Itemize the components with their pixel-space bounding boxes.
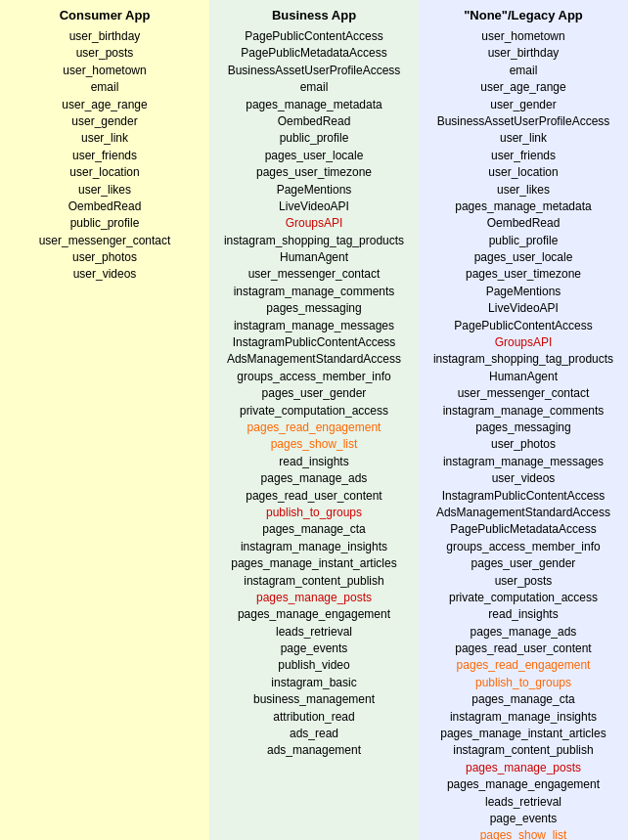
list-item: pages_read_user_content [421, 641, 626, 657]
list-item: user_messenger_contact [421, 385, 626, 402]
list-item: pages_read_engagement [421, 657, 626, 674]
list-item: pages_read_user_content [211, 488, 417, 505]
list-item: pages_manage_metadata [421, 199, 626, 215]
list-item: pages_messaging [211, 300, 417, 317]
list-item: pages_user_gender [211, 385, 417, 402]
list-item: OembedRead [211, 113, 417, 130]
list-item: user_birthday [2, 28, 207, 45]
list-item: InstagramPublicContentAccess [211, 334, 417, 351]
list-item: user_friends [421, 148, 626, 164]
list-item: instagram_manage_messages [421, 454, 626, 470]
list-item: pages_user_timezone [211, 164, 417, 181]
list-item: BusinessAssetUserProfileAccess [421, 113, 626, 130]
list-item: user_hometown [2, 63, 207, 79]
list-item: PagePublicMetadataAccess [421, 521, 626, 538]
list-item: pages_manage_engagement [421, 776, 626, 793]
main-container: Consumer Appuser_birthdayuser_postsuser_… [0, 0, 628, 840]
list-item: page_events [211, 641, 417, 657]
list-item: user_likes [2, 182, 207, 199]
list-item: instagram_shopping_tag_products [421, 351, 626, 368]
list-item: pages_show_list [421, 827, 626, 840]
list-item: instagram_manage_comments [211, 284, 417, 300]
list-item: user_age_range [421, 79, 626, 96]
list-item: user_birthday [421, 45, 626, 62]
list-item: pages_manage_cta [421, 691, 626, 708]
list-item: user_videos [2, 266, 207, 283]
list-item: leads_retrieval [421, 794, 626, 811]
list-item: pages_manage_instant_articles [421, 726, 626, 742]
list-item: BusinessAssetUserProfileAccess [211, 63, 417, 79]
list-item: user_age_range [2, 97, 207, 113]
list-item: public_profile [2, 215, 207, 232]
list-item: publish_to_groups [211, 505, 417, 521]
list-item: instagram_manage_comments [421, 403, 626, 420]
list-item: user_posts [421, 573, 626, 590]
header-consumer: Consumer App [2, 4, 207, 28]
list-item: private_computation_access [211, 403, 417, 420]
list-item: user_location [2, 164, 207, 181]
list-item: pages_show_list [211, 436, 417, 453]
list-item: groups_access_member_info [421, 539, 626, 555]
list-item: ads_read [211, 726, 417, 742]
list-item: user_location [421, 164, 626, 181]
list-item: HumanAgent [211, 249, 417, 266]
list-item: publish_to_groups [421, 675, 626, 691]
list-item: user_posts [2, 45, 207, 62]
list-item: pages_manage_posts [211, 590, 417, 606]
list-item: instagram_basic [211, 675, 417, 691]
list-item: PagePublicContentAccess [211, 28, 417, 45]
list-item: pages_manage_ads [211, 470, 417, 487]
list-item: publish_video [211, 657, 417, 674]
list-item: pages_user_gender [421, 555, 626, 572]
list-item: user_friends [2, 148, 207, 164]
list-item: user_videos [421, 470, 626, 487]
list-item: pages_messaging [421, 420, 626, 436]
header-business: Business App [211, 4, 417, 28]
list-item: PagePublicMetadataAccess [211, 45, 417, 62]
list-item: HumanAgent [421, 369, 626, 385]
list-item: instagram_manage_insights [211, 539, 417, 555]
list-item: pages_user_locale [421, 249, 626, 266]
list-item: pages_manage_cta [211, 521, 417, 538]
list-item: InstagramPublicContentAccess [421, 488, 626, 505]
list-item: instagram_shopping_tag_products [211, 233, 417, 249]
list-item: groups_access_member_info [211, 369, 417, 385]
list-item: PageMentions [211, 182, 417, 199]
list-item: public_profile [421, 233, 626, 249]
list-item: user_messenger_contact [211, 266, 417, 283]
list-item: read_insights [211, 454, 417, 470]
list-item: pages_read_engagement [211, 420, 417, 436]
list-item: pages_user_locale [211, 148, 417, 164]
list-item: OembedRead [421, 215, 626, 232]
list-item: pages_manage_metadata [211, 97, 417, 113]
list-item: LiveVideoAPI [421, 300, 626, 317]
list-item: attribution_read [211, 709, 417, 726]
column-business: Business AppPagePublicContentAccessPageP… [209, 0, 419, 840]
list-item: instagram_content_publish [421, 742, 626, 759]
list-item: page_events [421, 811, 626, 827]
list-item: PagePublicContentAccess [421, 318, 626, 334]
list-item: pages_manage_engagement [211, 606, 417, 623]
list-item: user_link [421, 130, 626, 147]
list-item: email [2, 79, 207, 96]
list-item: pages_manage_posts [421, 760, 626, 776]
list-item: GroupsAPI [211, 215, 417, 232]
list-item: ads_management [211, 742, 417, 759]
list-item: leads_retrieval [211, 624, 417, 641]
list-item: instagram_manage_messages [211, 318, 417, 334]
list-item: user_gender [2, 113, 207, 130]
list-item: pages_manage_instant_articles [211, 555, 417, 572]
list-item: PageMentions [421, 284, 626, 300]
column-none: "None"/Legacy Appuser_hometownuser_birth… [419, 0, 628, 840]
list-item: email [211, 79, 417, 96]
list-item: pages_manage_ads [421, 624, 626, 641]
list-item: instagram_manage_insights [421, 709, 626, 726]
list-item: pages_user_timezone [421, 266, 626, 283]
list-item: user_gender [421, 97, 626, 113]
list-item: email [421, 63, 626, 79]
list-item: GroupsAPI [421, 334, 626, 351]
list-item: public_profile [211, 130, 417, 147]
list-item: AdsManagementStandardAccess [211, 351, 417, 368]
list-item: user_link [2, 130, 207, 147]
list-item: business_management [211, 691, 417, 708]
